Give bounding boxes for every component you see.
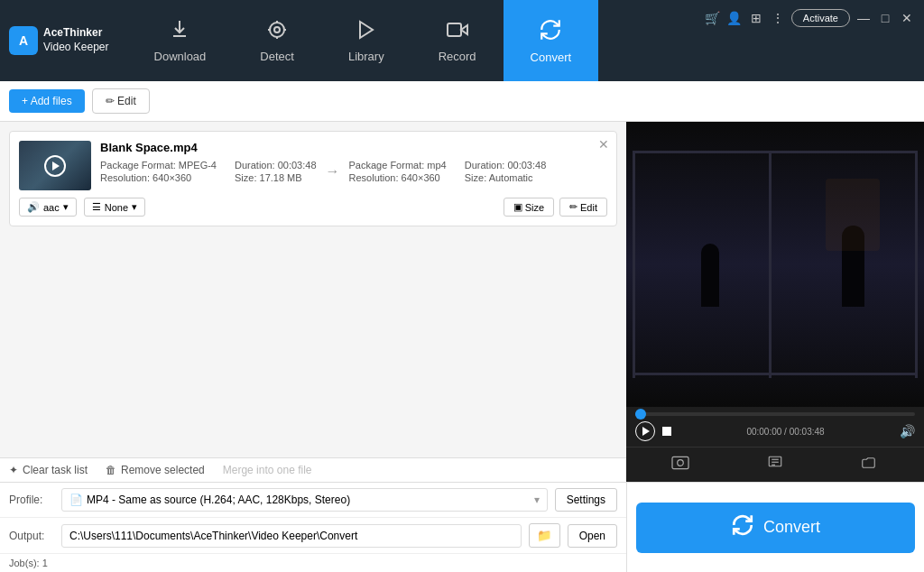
convert-label: Convert [763, 518, 820, 537]
target-meta-2: Duration: 00:03:48 Size: Automatic [465, 160, 547, 183]
close-button[interactable]: ✕ [899, 10, 915, 26]
play-tri-icon [642, 427, 650, 436]
file-meta-source: Package Format: MPEG-4 Resolution: 640×3… [100, 160, 317, 183]
convert-icon [539, 18, 562, 47]
svg-rect-7 [448, 23, 461, 36]
svg-marker-6 [360, 22, 373, 38]
crop-button[interactable] [766, 455, 784, 475]
size-button[interactable]: ▣ Size [504, 198, 554, 217]
play-button[interactable] [635, 421, 655, 441]
jobs-status: Job(s): 1 [9, 558, 48, 568]
logo-icon: A [9, 26, 38, 55]
minimize-button[interactable]: — [855, 10, 872, 26]
app-name-line1: AceThinker [43, 26, 109, 41]
volume-button[interactable]: 🔊 [900, 424, 915, 438]
audio-icon: 🔊 [27, 201, 40, 213]
subtitle-select[interactable]: ☰ None ▾ [84, 198, 145, 217]
source-resolution: Resolution: 640×360 [100, 172, 217, 183]
profile-row: Profile: 📄 MP4 - Same as source (H.264; … [0, 483, 626, 518]
tab-convert[interactable]: Convert [504, 0, 599, 81]
profile-select[interactable]: 📄 MP4 - Same as source (H.264; AAC, 128K… [61, 488, 548, 512]
profile-label: Profile: [9, 494, 54, 506]
play-circle-icon [635, 421, 655, 441]
audio-codec-select[interactable]: 🔊 aac ▾ [19, 198, 77, 217]
tab-library[interactable]: Library [321, 0, 411, 81]
settings-button[interactable]: Settings [555, 488, 617, 512]
remove-icon: 🗑 [106, 464, 116, 476]
left-panel: ✕ Blank Space.mp4 [0, 122, 626, 482]
tab-convert-label: Convert [531, 51, 572, 64]
source-format: Package Format: MPEG-4 [100, 160, 217, 171]
svg-point-0 [270, 23, 284, 37]
clear-task-button[interactable]: ✦ Clear task list [9, 464, 88, 476]
svg-point-1 [274, 27, 280, 32]
tab-detect[interactable]: Detect [233, 0, 321, 81]
open-button[interactable]: Open [568, 524, 617, 548]
window-controls: 🛒 👤 ⊞ ⋮ Activate — □ ✕ [705, 9, 915, 27]
tab-record[interactable]: Record [411, 0, 504, 81]
tab-download-label: Download [154, 50, 207, 63]
source-meta-2: Duration: 00:03:48 Size: 17.18 MB [235, 160, 317, 183]
file-item: ✕ Blank Space.mp4 [9, 131, 617, 226]
download-icon [169, 19, 190, 46]
output-path-text: C:\Users\111\Documents\AceThinker\Video … [69, 530, 357, 542]
browse-folder-button[interactable]: 📁 [529, 523, 560, 548]
thumbnail-image [19, 141, 91, 190]
audio-codec-value: aac [43, 202, 60, 213]
progress-bar[interactable] [635, 412, 915, 416]
screenshot-button[interactable] [671, 455, 689, 475]
audio-chevron: ▾ [63, 201, 69, 213]
source-duration: Duration: 00:03:48 [235, 160, 317, 171]
file-info: Blank Space.mp4 Package Format: MPEG-4 R… [100, 141, 607, 183]
convert-button[interactable]: Convert [636, 503, 915, 553]
subtitle-chevron: ▾ [132, 201, 137, 213]
file-meta-target: Package Format: mp4 Resolution: 640×360 … [349, 160, 547, 183]
scene-bg [626, 122, 924, 407]
tab-record-label: Record [439, 50, 476, 63]
video-preview [626, 122, 924, 407]
cart-icon[interactable]: 🛒 [705, 10, 721, 26]
source-size: Size: 17.18 MB [235, 172, 317, 183]
tab-download[interactable]: Download [127, 0, 234, 81]
app-name: AceThinker Video Keeper [43, 26, 109, 54]
detect-icon [266, 19, 288, 46]
svg-point-9 [678, 460, 684, 466]
remove-selected-button[interactable]: 🗑 Remove selected [106, 464, 205, 476]
profile-value: MP4 - Same as source (H.264; AAC, 128Kbp… [87, 494, 350, 506]
app-logo: A AceThinker Video Keeper [9, 26, 109, 55]
clear-label: Clear task list [23, 464, 88, 476]
output-path-field[interactable]: C:\Users\111\Documents\AceThinker\Video … [61, 524, 522, 548]
user-icon[interactable]: 👤 [726, 10, 743, 26]
edit-icon: ✏ [569, 201, 578, 213]
folder-open-button[interactable] [861, 455, 879, 475]
record-icon [447, 19, 468, 46]
profile-file-icon: 📄 [69, 494, 83, 506]
tab-library-label: Library [348, 50, 384, 63]
tab-detect-label: Detect [260, 50, 294, 63]
target-duration: Duration: 00:03:48 [465, 160, 547, 171]
bottom-left: Profile: 📄 MP4 - Same as source (H.264; … [0, 483, 626, 572]
grid-icon[interactable]: ⊞ [748, 10, 764, 26]
stop-icon [662, 427, 671, 436]
profile-chevron: ▾ [534, 494, 540, 506]
target-resolution: Resolution: 640×360 [349, 172, 447, 183]
stop-button[interactable] [662, 427, 671, 436]
volume-icon: 🔊 [900, 424, 915, 438]
maximize-button[interactable]: □ [877, 10, 893, 26]
file-item-header: Blank Space.mp4 Package Format: MPEG-4 R… [19, 141, 607, 190]
target-size: Size: Automatic [465, 172, 547, 183]
edit-button[interactable]: ✏ Edit [92, 88, 150, 114]
target-format: Package Format: mp4 [349, 160, 447, 171]
add-files-button[interactable]: + Add files [9, 89, 85, 113]
activate-button[interactable]: Activate [791, 9, 850, 27]
size-label: Size [525, 202, 544, 213]
svg-rect-8 [672, 457, 688, 468]
more-icon[interactable]: ⋮ [770, 10, 786, 26]
controls-row: 00:00:00 / 00:03:48 🔊 [635, 421, 915, 441]
close-file-button[interactable]: ✕ [598, 137, 609, 152]
progress-knob [635, 409, 646, 420]
preview-toolbar [626, 447, 924, 482]
arrow-icon: → [317, 163, 349, 180]
edit-small-button[interactable]: ✏ Edit [559, 198, 607, 217]
merge-label: Merge into one file [223, 464, 312, 476]
